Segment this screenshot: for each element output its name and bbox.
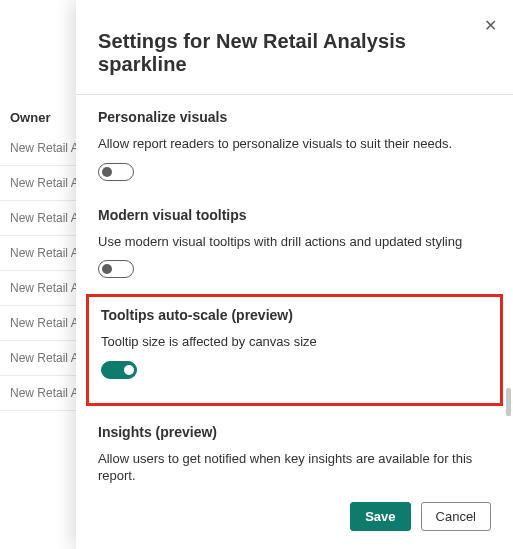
column-header-owner: Owner bbox=[0, 104, 76, 131]
section-title: Insights (preview) bbox=[98, 424, 491, 440]
list-item[interactable]: New Retail Analysis bbox=[0, 131, 76, 166]
list-item[interactable]: New Retail Analysis bbox=[0, 341, 76, 376]
list-item[interactable]: New Retail Analysis bbox=[0, 201, 76, 236]
panel-body: Personalize visuals Allow report readers… bbox=[76, 95, 513, 488]
list-item[interactable]: New Retail Analysis bbox=[0, 166, 76, 201]
section-tooltips-auto-scale: Tooltips auto-scale (preview) Tooltip si… bbox=[101, 307, 488, 391]
section-title: Personalize visuals bbox=[98, 109, 491, 125]
list-item[interactable]: New Retail Analysis bbox=[0, 306, 76, 341]
section-personalize-visuals: Personalize visuals Allow report readers… bbox=[98, 95, 491, 193]
toggle-modern-visual-tooltips[interactable] bbox=[98, 260, 134, 278]
section-title: Modern visual tooltips bbox=[98, 207, 491, 223]
toggle-personalize-visuals[interactable] bbox=[98, 163, 134, 181]
section-title: Tooltips auto-scale (preview) bbox=[101, 307, 488, 323]
settings-panel: ✕ Settings for New Retail Analysis spark… bbox=[76, 0, 513, 549]
save-button[interactable]: Save bbox=[350, 502, 410, 531]
section-description: Use modern visual tooltips with drill ac… bbox=[98, 233, 491, 251]
cancel-button[interactable]: Cancel bbox=[421, 502, 491, 531]
section-description: Tooltip size is affected by canvas size bbox=[101, 333, 488, 351]
close-icon[interactable]: ✕ bbox=[480, 14, 501, 38]
panel-title: Settings for New Retail Analysis sparkli… bbox=[76, 0, 513, 95]
scrollbar-thumb[interactable] bbox=[506, 388, 511, 416]
section-modern-visual-tooltips: Modern visual tooltips Use modern visual… bbox=[98, 193, 491, 291]
panel-footer: Save Cancel bbox=[76, 488, 513, 549]
background-report-list: Owner New Retail Analysis New Retail Ana… bbox=[0, 0, 76, 411]
list-item[interactable]: New Retail Analysis bbox=[0, 271, 76, 306]
list-item[interactable]: New Retail Analysis bbox=[0, 236, 76, 271]
section-insights: Insights (preview) Allow users to get no… bbox=[98, 410, 491, 488]
section-description: Allow report readers to personalize visu… bbox=[98, 135, 491, 153]
list-item[interactable]: New Retail Analysis bbox=[0, 376, 76, 411]
highlighted-section: Tooltips auto-scale (preview) Tooltip si… bbox=[86, 294, 503, 406]
section-description: Allow users to get notified when key ins… bbox=[98, 450, 491, 485]
toggle-tooltips-auto-scale[interactable] bbox=[101, 361, 137, 379]
